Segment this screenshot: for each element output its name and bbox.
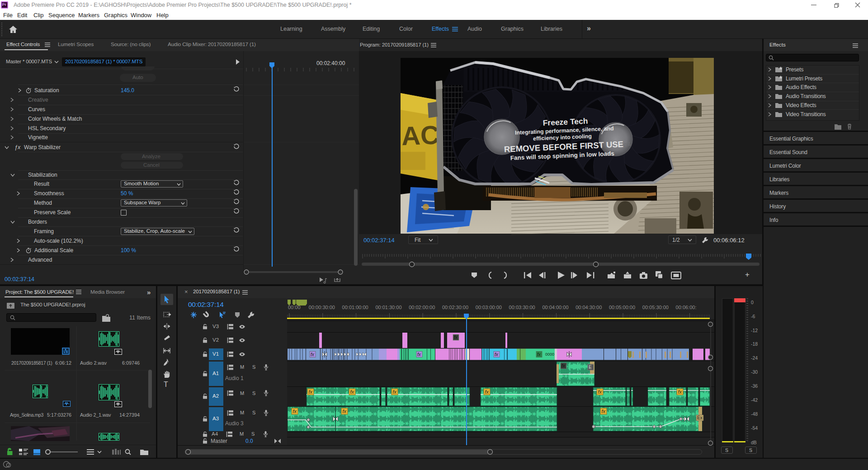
svg-text:AC: AC: [401, 120, 440, 150]
svg-text:fx: fx: [495, 352, 499, 357]
svg-text:Ex: Ex: [697, 415, 703, 420]
svg-text:fx: fx: [454, 335, 458, 340]
svg-text:fx: fx: [350, 389, 354, 395]
svg-text:0000: 0000: [545, 352, 554, 357]
svg-text:fx: fx: [537, 352, 541, 357]
svg-text:fx: fx: [293, 409, 297, 414]
svg-text:E: E: [589, 365, 592, 370]
svg-text:fx: fx: [602, 409, 606, 414]
svg-text:fx: fx: [417, 352, 421, 357]
svg-text:fx: fx: [393, 389, 397, 395]
svg-text:fx: fx: [309, 389, 313, 395]
svg-text:fx: fx: [598, 389, 602, 395]
svg-text:fx: fx: [485, 389, 489, 395]
svg-text:fx: fx: [343, 409, 347, 414]
svg-text:fx: fx: [678, 389, 682, 395]
svg-text:fx: fx: [311, 352, 315, 357]
svg-text:fx: fx: [561, 363, 566, 368]
